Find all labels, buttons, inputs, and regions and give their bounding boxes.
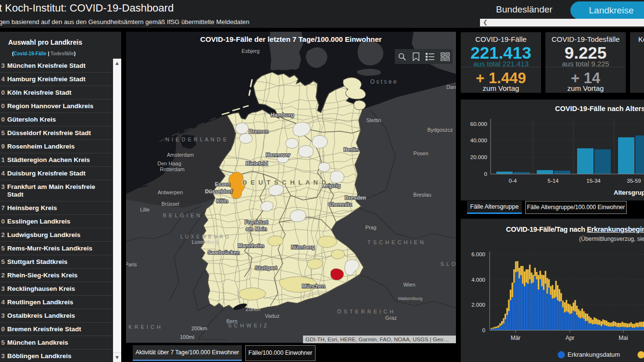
svg-text:60.000: 60.000 [470,121,487,127]
svg-text:B E L G I E N: B E L G I E N [163,212,201,218]
svg-text:S C H W E I Z: S C H W E I Z [228,323,267,328]
svg-text:Mattersburg: Mattersburg [398,296,423,301]
svg-text:O s t s e e: O s t s e e [370,78,397,85]
svg-text:Esbjerg: Esbjerg [241,48,259,54]
svg-text:2.000: 2.000 [471,302,485,308]
svg-text:Köln: Köln [216,198,228,204]
svg-text:Vaduz: Vaduz [265,313,279,319]
svg-text:Dan: Dan [446,84,456,90]
svg-text:Lille: Lille [140,207,150,212]
svg-text:Wien: Wien [403,282,415,287]
svg-text:Erkrankungsdatum: Erkrankungsdatum [568,351,620,358]
svg-text:Berlin: Berlin [343,147,358,152]
svg-text:Bremen: Bremen [249,128,269,134]
svg-text:D E U T S C H L A N D: D E U T S C H L A N D [242,179,327,186]
svg-text:Graz: Graz [385,315,397,321]
svg-text:Stettin: Stettin [366,117,381,123]
svg-text:S L O: S L O [441,261,456,267]
svg-text:T S C H E C H I E N: T S C H E C H I E N [367,239,424,245]
svg-text:Nürnberg: Nürnberg [291,244,315,250]
svg-text:40.000: 40.000 [470,137,487,143]
svg-text:Brüssel: Brüssel [162,201,179,207]
svg-text:Den Haag: Den Haag [157,161,181,166]
svg-text:5-14: 5-14 [547,178,559,184]
svg-text:Hamburg: Hamburg [271,112,294,118]
svg-text:20.000: 20.000 [470,154,487,160]
svg-text:35-59: 35-59 [627,178,641,184]
svg-text:4.000: 4.000 [471,277,485,283]
svg-text:K R E I C H: K R E I C H [128,324,161,330]
svg-text:N I E D E R L A N D E: N I E D E R L A N D E [165,137,227,142]
svg-text:Dresden: Dresden [345,195,366,200]
svg-text:Amsterdam: Amsterdam [167,152,194,158]
svg-text:Apr: Apr [566,335,575,341]
svg-text:0: 0 [482,327,485,333]
svg-text:Düsseldorf: Düsseldorf [205,188,233,194]
svg-text:Posen: Posen [413,150,428,156]
svg-text:München: München [302,283,326,289]
svg-text:Frankfurt: Frankfurt [245,219,268,225]
svg-text:0-4: 0-4 [509,178,517,184]
svg-text:Mannheim: Mannheim [238,243,265,249]
svg-text:Rotterdam: Rotterdam [160,166,184,172]
svg-text:Essen: Essen [215,181,231,187]
svg-text:Prag: Prag [365,225,376,230]
svg-text:Luxemburg: Luxemburg [191,239,218,245]
svg-text:Bydgoszcz: Bydgoszcz [427,127,453,133]
svg-text:15-34: 15-34 [586,178,601,184]
svg-text:Altersgruppe: Altersgruppe [614,189,644,196]
svg-text:Saarbrücken: Saarbrücken [208,250,240,255]
svg-text:Bielefeld: Bielefeld [246,161,268,166]
svg-text:Chemnitz: Chemnitz [328,201,352,207]
svg-text:Hannover: Hannover [266,152,290,158]
svg-text:am Main: am Main [246,226,267,232]
svg-text:Mai: Mai [619,335,628,341]
svg-text:0: 0 [484,171,487,177]
svg-text:6.000: 6.000 [471,251,485,257]
svg-text:Zürich: Zürich [246,306,261,312]
svg-text:Mär: Mär [511,335,521,341]
svg-text:Breslau: Breslau [413,192,431,198]
svg-text:Ö S T E R R E I C H: Ö S T E R R E I C H [337,309,394,314]
svg-text:Paris: Paris [126,262,137,267]
svg-text:Stuttgart: Stuttgart [255,265,277,271]
svg-text:Antwerpen: Antwerpen [158,189,183,195]
